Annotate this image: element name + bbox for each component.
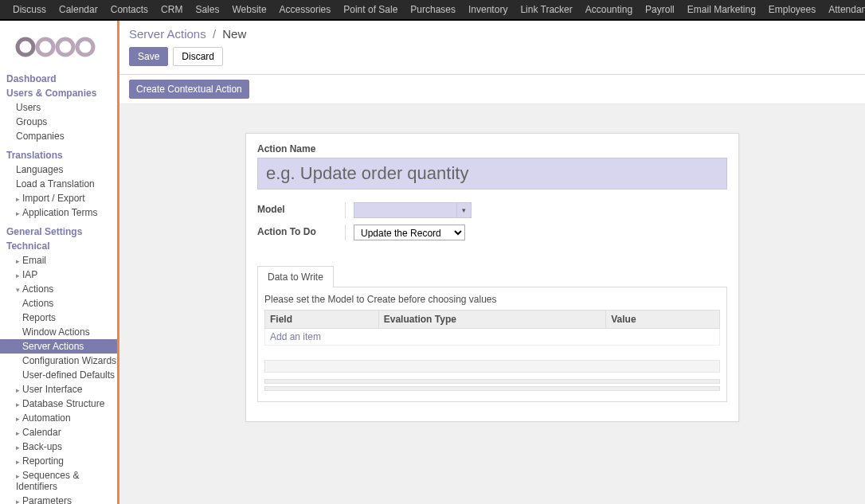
top-menu-website[interactable]: Website (225, 0, 272, 19)
chevron-down-icon: ▾ (16, 286, 21, 294)
col-value: Value (606, 311, 720, 329)
sidebar-item-label: Calendar (22, 427, 61, 438)
top-menu-inventory[interactable]: Inventory (462, 0, 514, 19)
model-input[interactable] (354, 202, 457, 218)
sidebar-item-user-interface[interactable]: ▸User Interface (6, 382, 117, 397)
sidebar-users-companies[interactable]: Users & Companies (6, 88, 117, 99)
sidebar-item-iap[interactable]: ▸IAP (6, 268, 117, 282)
svg-point-5 (77, 39, 93, 55)
placeholder-thinbar (264, 386, 720, 391)
create-contextual-action-button[interactable]: Create Contextual Action (129, 80, 249, 99)
sidebar-item-users[interactable]: Users (6, 100, 117, 115)
sidebar-technical[interactable]: Technical (6, 240, 117, 252)
svg-point-3 (37, 39, 53, 55)
top-menu-employees[interactable]: Employees (762, 0, 822, 19)
placeholder-thinbar (264, 379, 720, 384)
sidebar-item-app-terms[interactable]: ▸Application Terms (6, 205, 117, 220)
top-menu-sales[interactable]: Sales (189, 0, 225, 19)
sidebar-translations[interactable]: Translations (6, 150, 117, 161)
top-menu-emailmarketing[interactable]: Email Marketing (681, 0, 762, 19)
table-row-add: Add an item (265, 329, 720, 346)
sidebar-dashboard[interactable]: Dashboard (6, 73, 117, 84)
chevron-right-icon: ▸ (16, 498, 21, 504)
sidebar: Dashboard Users & Companies Users Groups… (0, 21, 119, 504)
breadcrumb-separator: / (213, 27, 216, 41)
chevron-right-icon: ▸ (16, 195, 21, 203)
chevron-right-icon: ▸ (16, 209, 21, 217)
col-field: Field (265, 311, 379, 329)
sidebar-item-label: Import / Export (22, 193, 85, 204)
top-menu-attendances[interactable]: Attendances (822, 0, 865, 19)
chevron-right-icon: ▸ (16, 257, 21, 265)
sidebar-item-backups[interactable]: ▸Back-ups (6, 440, 117, 454)
top-menu-pos[interactable]: Point of Sale (337, 0, 404, 19)
tab-data-to-write[interactable]: Data to Write (257, 266, 334, 287)
sidebar-item-languages[interactable]: Languages (6, 162, 117, 177)
sidebar-item-actions-group[interactable]: ▾Actions (6, 282, 117, 296)
top-menu-accounting[interactable]: Accounting (579, 0, 639, 19)
control-panel: Server Actions / New Save Discard (119, 21, 865, 75)
breadcrumb-current: New (222, 27, 246, 41)
top-menu-accessories[interactable]: Accessories (273, 0, 338, 19)
top-menu-bar: Discuss Calendar Contacts CRM Sales Webs… (0, 0, 865, 21)
discard-button[interactable]: Discard (173, 47, 223, 66)
top-menu-calendar[interactable]: Calendar (53, 0, 104, 19)
main-content: Server Actions / New Save Discard Create… (119, 21, 865, 504)
sidebar-item-reporting[interactable]: ▸Reporting (6, 454, 117, 468)
sidebar-item-label: Back-ups (22, 441, 62, 452)
top-menu-payroll[interactable]: Payroll (639, 0, 681, 19)
top-menu-contacts[interactable]: Contacts (104, 0, 155, 19)
top-menu-crm[interactable]: CRM (155, 0, 189, 19)
action-name-label: Action Name (257, 143, 727, 154)
form-sheet: Action Name Model ▾ Action To Do (245, 133, 739, 422)
chevron-right-icon: ▸ (16, 443, 21, 451)
sidebar-item-label: User Interface (22, 384, 82, 395)
sidebar-general-settings[interactable]: General Settings (6, 226, 117, 237)
sidebar-item-email[interactable]: ▸Email (6, 253, 117, 268)
sidebar-item-config-wizards[interactable]: Configuration Wizards (6, 354, 117, 368)
action-name-input[interactable] (257, 158, 727, 189)
sidebar-item-automation[interactable]: ▸Automation (6, 411, 117, 425)
save-button[interactable]: Save (129, 47, 168, 66)
action-todo-select[interactable]: Update the Record (354, 225, 465, 240)
chevron-right-icon: ▸ (16, 386, 21, 394)
sidebar-item-sequences[interactable]: ▸Sequences & Identifiers (6, 468, 117, 494)
sidebar-item-user-defaults[interactable]: User-defined Defaults (6, 368, 117, 382)
sidebar-item-window-actions[interactable]: Window Actions (6, 325, 117, 339)
sidebar-item-label: Parameters (22, 495, 72, 504)
top-menu-purchases[interactable]: Purchases (404, 0, 462, 19)
top-menu-items: Discuss Calendar Contacts CRM Sales Webs… (6, 0, 865, 19)
sidebar-item-label: Application Terms (22, 207, 98, 218)
caret-down-icon: ▾ (462, 206, 466, 214)
add-item-link[interactable]: Add an item (270, 331, 321, 342)
sidebar-item-label: Reporting (22, 455, 64, 467)
sidebar-item-reports[interactable]: Reports (6, 311, 117, 325)
top-menu-linktracker[interactable]: Link Tracker (514, 0, 578, 19)
sidebar-item-companies[interactable]: Companies (6, 129, 117, 143)
chevron-right-icon: ▸ (16, 415, 21, 423)
statusbar: Create Contextual Action (119, 75, 865, 104)
sidebar-item-parameters[interactable]: ▸Parameters (6, 494, 117, 504)
svg-point-4 (57, 39, 73, 55)
chevron-right-icon: ▸ (16, 272, 21, 279)
sidebar-item-load-translation[interactable]: Load a Translation (6, 177, 117, 191)
sidebar-item-groups[interactable]: Groups (6, 115, 117, 129)
top-menu-discuss[interactable]: Discuss (6, 0, 53, 19)
sidebar-item-actions[interactable]: Actions (6, 296, 117, 311)
breadcrumb: Server Actions / New (129, 27, 855, 41)
sidebar-item-db-structure[interactable]: ▸Database Structure (6, 397, 117, 411)
sidebar-item-label: Sequences & Identifiers (16, 470, 79, 492)
model-required-hint: Please set the Model to Create before ch… (264, 294, 720, 305)
chevron-right-icon: ▸ (16, 472, 21, 480)
col-eval-type: Evaluation Type (378, 311, 606, 329)
sidebar-item-label: Database Structure (22, 398, 104, 409)
model-label: Model (257, 202, 345, 215)
chevron-right-icon: ▸ (16, 400, 21, 408)
svg-point-2 (18, 39, 33, 55)
model-dropdown-toggle[interactable]: ▾ (457, 202, 472, 218)
sidebar-item-label: Email (22, 255, 46, 266)
sidebar-item-server-actions[interactable]: Server Actions (0, 339, 117, 354)
breadcrumb-parent[interactable]: Server Actions (129, 27, 206, 41)
sidebar-item-calendar[interactable]: ▸Calendar (6, 425, 117, 440)
sidebar-item-import-export[interactable]: ▸Import / Export (6, 191, 117, 205)
